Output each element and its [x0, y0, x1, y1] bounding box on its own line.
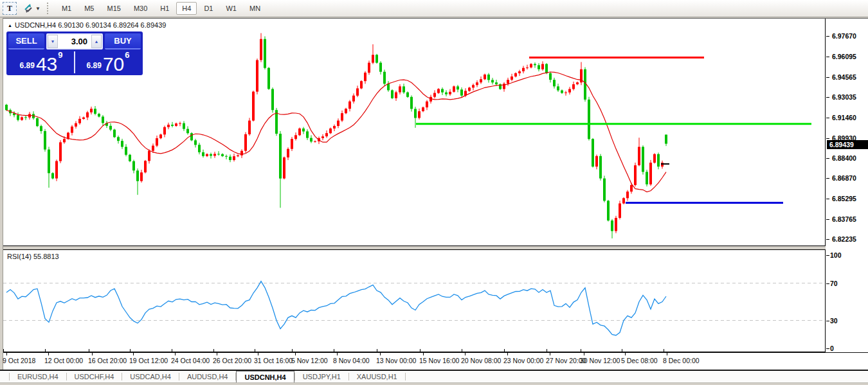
toolbar: T ▼ M1M5M15M30H1H4D1W1MN [0, 0, 868, 17]
rsi-label: RSI(14) 55.8813 [7, 253, 59, 260]
timeframe-button-w1[interactable]: W1 [220, 2, 242, 15]
time-axis-label: 26 Oct 20:00 [213, 357, 251, 364]
time-axis-label: 31 Oct 16:00 [254, 357, 293, 364]
rsi-tick [826, 255, 829, 256]
time-axis-label: 9 Oct 2018 [3, 357, 35, 364]
buy-button[interactable]: BUY [105, 33, 141, 49]
chart-title: ▲ USDCNH,H4 6.90130 6.90134 6.89264 6.89… [8, 21, 166, 29]
time-axis-label: 5 Nov 12:00 [291, 357, 328, 364]
price-tick [826, 118, 829, 118]
tab-separator [405, 373, 406, 381]
symbol-marker-icon: ▲ [8, 23, 12, 28]
sell-button[interactable]: SELL [8, 33, 44, 49]
time-axis-label: 20 Nov 08:00 [461, 357, 501, 364]
rsi-time-tick [462, 349, 462, 352]
time-tick [423, 353, 424, 355]
time-tick [465, 353, 466, 355]
timeframe-button-mn[interactable]: MN [244, 2, 266, 15]
text-tool-button[interactable]: T [3, 2, 17, 15]
price-axis-label: 6.83765 [832, 215, 856, 223]
timeframe-button-m5[interactable]: M5 [78, 2, 100, 15]
rsi-axis-label: 30 [830, 317, 838, 325]
chart-title-text: USDCNH,H4 6.90130 6.90134 6.89264 6.8943… [15, 21, 166, 29]
price-axis-label: 6.89930 [832, 134, 856, 142]
time-tick [584, 353, 584, 355]
buy-price-small: 6.89 [87, 61, 102, 70]
price-tick [826, 36, 829, 37]
rsi-canvas[interactable] [3, 250, 825, 352]
price-axis[interactable]: 6.89439 6.976706.960956.945656.930356.91… [826, 19, 868, 352]
tab-usdchf-h4[interactable]: USDCHF,H4 [67, 371, 122, 382]
time-tick [6, 353, 7, 355]
timeframe-button-h4[interactable]: H4 [176, 2, 197, 15]
price-axis-label: 6.91460 [832, 114, 856, 121]
time-axis-label: 15 Nov 16:00 [419, 357, 459, 364]
volume-stepper: ▼ 3.00 ▲ [46, 33, 103, 49]
price-tick [826, 57, 829, 57]
rsi-tick [826, 321, 829, 321]
time-tick [380, 353, 381, 355]
time-axis-label: 12 Oct 00:00 [44, 357, 83, 364]
one-click-trade-panel: SELL ▼ 3.00 ▲ BUY 6.89 43 9 6.89 70 6 [6, 31, 143, 75]
rsi-time-tick [292, 349, 293, 352]
time-tick [295, 353, 296, 355]
rsi-indicator-pane[interactable]: RSI(14) 55.8813 [3, 249, 826, 352]
symbol-tab-strip: EURUSD,H4USDCHF,H4USDCAD,H4AUDUSD,H4USDC… [0, 370, 868, 383]
main-chart-pane[interactable]: ▲ USDCNH,H4 6.90130 6.90134 6.89264 6.89… [3, 19, 826, 246]
rsi-time-tick [45, 349, 46, 352]
price-tick [826, 97, 829, 98]
time-tick [133, 353, 134, 355]
buy-price[interactable]: 6.89 70 6 [75, 51, 141, 73]
time-axis-label: 19 Oct 12:00 [129, 357, 168, 364]
buy-price-sup: 6 [125, 50, 129, 60]
sell-price-small: 6.89 [20, 61, 35, 70]
timeframe-button-m30[interactable]: M30 [128, 2, 153, 15]
arrows-tool-button[interactable]: ▼ [23, 2, 41, 15]
time-axis-label: 24 Oct 04:00 [171, 357, 210, 364]
sell-price[interactable]: 6.89 43 9 [8, 51, 75, 73]
timeframe-button-d1[interactable]: D1 [198, 2, 219, 15]
time-tick [92, 353, 93, 355]
time-axis-label: 30 Nov 12:00 [580, 357, 620, 364]
time-tick [550, 353, 550, 355]
time-tick [175, 353, 176, 355]
rsi-axis-label: 70 [830, 280, 838, 287]
rsi-time-tick [622, 349, 622, 352]
time-tick [217, 353, 217, 355]
timeframe-button-h1[interactable]: H1 [154, 2, 175, 15]
tab-xauusd-h1[interactable]: XAUUSD,H1 [349, 371, 405, 382]
rsi-time-tick [377, 349, 377, 352]
sell-price-sup: 9 [58, 50, 62, 60]
price-axis-label: 6.96095 [832, 53, 856, 60]
rsi-axis-label: 0 [830, 345, 834, 352]
volume-increase-button[interactable]: ▲ [91, 35, 102, 48]
time-tick [625, 353, 626, 355]
time-tick [507, 353, 508, 355]
tab-audusd-h4[interactable]: AUDUSD,H4 [179, 371, 236, 382]
volume-value[interactable]: 3.00 [58, 35, 91, 48]
time-axis-label: 8 Nov 04:00 [333, 357, 370, 364]
buy-price-big: 70 [103, 55, 124, 73]
price-axis-label: 6.93035 [832, 93, 856, 101]
price-axis-label: 6.97670 [832, 32, 856, 40]
time-axis-label: 5 Dec 08:00 [621, 357, 658, 364]
timeframe-button-m1[interactable]: M1 [56, 2, 77, 15]
time-tick [258, 353, 258, 355]
price-tick [826, 199, 829, 199]
timeframe-button-m15[interactable]: M15 [101, 2, 126, 15]
rsi-time-tick [664, 349, 664, 352]
rsi-tick [826, 348, 829, 349]
rsi-time-tick [581, 349, 581, 352]
price-axis-label: 6.88400 [832, 154, 856, 162]
rsi-time-tick [334, 349, 334, 352]
tab-usdcnh-h4[interactable]: USDCNH,H4 [236, 371, 294, 382]
price-tick [826, 138, 829, 139]
sell-price-big: 43 [36, 55, 57, 73]
toolbar-grip [47, 3, 51, 14]
tab-eurusd-h4[interactable]: EURUSD,H4 [10, 371, 66, 382]
tab-usdjpy-h1[interactable]: USDJPY,H1 [295, 371, 348, 382]
time-axis[interactable]: 9 Oct 201812 Oct 00:0016 Oct 20:0019 Oct… [3, 352, 868, 371]
price-tick [826, 158, 829, 159]
volume-decrease-button[interactable]: ▼ [48, 35, 58, 48]
tab-usdcad-h4[interactable]: USDCAD,H4 [122, 371, 179, 382]
